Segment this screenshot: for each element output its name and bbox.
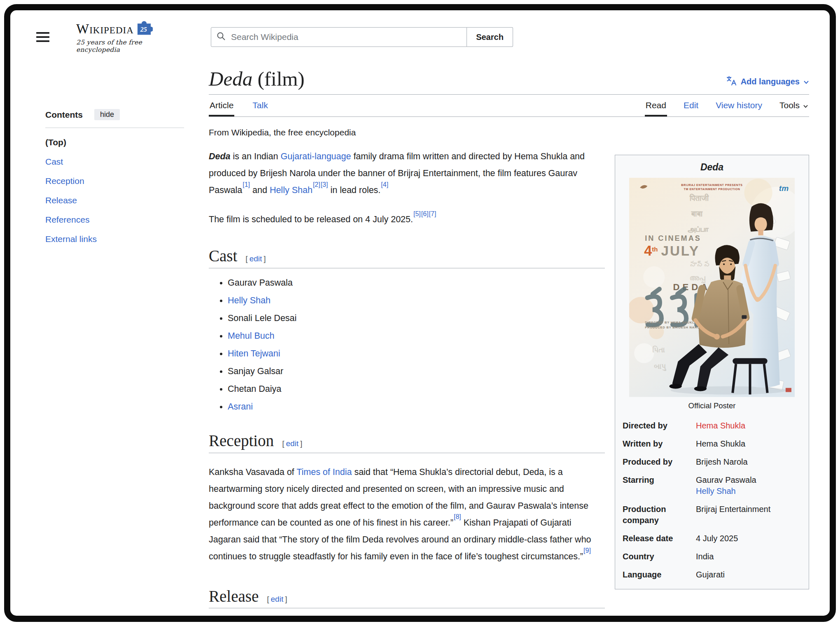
page-title: Deda (film): [209, 68, 305, 90]
cast-hiten-tejwani-link[interactable]: Hiten Tejwani: [228, 349, 280, 358]
toc-item-release[interactable]: Release: [45, 195, 184, 205]
toc-item-external-links[interactable]: External links: [45, 234, 184, 244]
infobox-value: 4 July 2025: [696, 533, 802, 544]
times-of-india-link[interactable]: Times of India: [296, 467, 352, 477]
svg-text:PRODUCED BY BRIJESH NAROLA: PRODUCED BY BRIJESH NAROLA: [645, 326, 705, 329]
svg-text:DIRECTED BY HEMA SHUKLA: DIRECTED BY HEMA SHUKLA: [645, 321, 697, 324]
infobox-value: Brijraj Entertainment: [696, 504, 802, 526]
search-bar: Search: [211, 27, 513, 47]
page-frame: Wikipedia 25 25 years of the free encycl…: [4, 4, 836, 622]
infobox-title: Deda: [615, 158, 809, 178]
film-poster-image[interactable]: BRIJRAJ ENTERTAINMENT PRESENTS TM ENTERT…: [629, 178, 795, 397]
poster-wrap: BRIJRAJ ENTERTAINMENT PRESENTS TM ENTERT…: [615, 178, 809, 397]
reference-link-2[interactable]: [2]: [313, 181, 320, 188]
cast-mehul-buch-link[interactable]: Mehul Buch: [228, 331, 275, 341]
reference-link-9[interactable]: [9]: [583, 547, 591, 554]
tab-talk[interactable]: Talk: [252, 95, 268, 116]
tab-tools[interactable]: Tools: [779, 95, 809, 116]
tab-article[interactable]: Article: [209, 95, 234, 116]
reference-link-4[interactable]: [4]: [381, 181, 388, 188]
infobox-label: Production company: [623, 504, 696, 526]
svg-text:पिताजी: पिताजी: [689, 193, 709, 203]
hide-contents-button[interactable]: hide: [94, 109, 120, 120]
infobox-label: Starring: [623, 475, 696, 497]
reference-marker: [7]: [429, 210, 436, 217]
edit-cast-link[interactable]: edit: [250, 254, 262, 263]
toc-item-references[interactable]: References: [45, 215, 184, 225]
edit-reception-link[interactable]: edit: [286, 439, 299, 448]
cast-member: Sonali Lele Desai: [228, 312, 605, 324]
chevron-down-icon: [803, 77, 809, 86]
poster-corner-mark: [786, 388, 791, 392]
search-input[interactable]: [230, 32, 462, 42]
edit-section: [edit]: [280, 439, 304, 448]
cast-asrani-link[interactable]: Asrani: [228, 402, 253, 412]
toc-item-cast[interactable]: Cast: [45, 157, 184, 167]
release-heading-row: Release [edit]: [209, 587, 605, 609]
reception-heading: Reception: [209, 432, 274, 450]
infobox-label: Written by: [623, 438, 696, 449]
infobox-label: Release date: [623, 533, 696, 544]
infobox-row: StarringGaurav PaswalaHelly Shah: [615, 471, 809, 500]
reference-marker: [9]: [583, 547, 591, 554]
reference-marker: [1]: [243, 181, 250, 188]
cast-helly-shah-link[interactable]: Helly Shah: [228, 296, 271, 305]
gujarati-language-link[interactable]: Gujarati-language: [281, 151, 351, 161]
reception-paragraph: Kanksha Vasavada of Times of India said …: [209, 464, 605, 565]
edit-section: [edit]: [265, 595, 289, 604]
reference-link-5[interactable]: [5]: [413, 210, 421, 217]
add-languages-label: Add languages: [741, 77, 800, 86]
menu-icon[interactable]: [36, 32, 49, 42]
infobox-row: Produced byBrijesh Narola: [615, 453, 809, 471]
tab-view-history[interactable]: View history: [715, 95, 763, 116]
chevron-down-icon: [803, 100, 808, 110]
reference-marker: [6]: [421, 210, 429, 217]
tools-label: Tools: [779, 100, 800, 110]
infobox-row: Production companyBrijraj Entertainment: [615, 500, 809, 530]
edit-section: [edit]: [244, 254, 267, 263]
reference-link-7[interactable]: [7]: [429, 210, 436, 217]
search-button[interactable]: Search: [467, 27, 513, 47]
infobox-row: LanguageGujarati: [615, 566, 809, 584]
cast-member: Chetan Daiya: [228, 383, 605, 395]
poster-credit-line: TM ENTERTAINMENT PRODUCTION: [684, 188, 740, 191]
infobox-value: Hema Shukla: [696, 420, 802, 431]
svg-text:બાપુ: બાપુ: [654, 362, 666, 371]
svg-text:அப்பா: அப்பா: [687, 224, 709, 234]
site-subtitle: From Wikipedia, the free encyclopedia: [209, 128, 605, 137]
reference-link-3[interactable]: [3]: [321, 181, 328, 188]
tab-edit[interactable]: Edit: [683, 95, 699, 116]
infobox-row: CountryIndia: [615, 548, 809, 566]
cast-heading-row: Cast [edit]: [209, 247, 605, 268]
cast-member: Hiten Tejwani: [228, 347, 605, 360]
infobox-value: India: [696, 551, 802, 562]
reference-link-6[interactable]: [6]: [421, 210, 429, 217]
infobox-value: Brijesh Narola: [696, 456, 802, 468]
svg-text:25: 25: [140, 26, 147, 33]
anniversary-badge-icon: 25: [135, 19, 153, 37]
wikipedia-logo[interactable]: Wikipedia 25 25 years of the free encycl…: [76, 21, 173, 54]
infobox-rows: Directed byHema ShuklaWritten byHema Shu…: [615, 417, 809, 584]
views-tab-bar: Article Talk Read Edit View history Tool…: [209, 95, 809, 117]
toc-item-reception[interactable]: Reception: [45, 176, 184, 186]
search-icon: [216, 31, 226, 43]
toc-item-top[interactable]: (Top): [45, 137, 184, 147]
add-languages-button[interactable]: Add languages: [726, 75, 809, 90]
article-body: From Wikipedia, the free encyclopedia De…: [209, 117, 605, 609]
film-infobox: Deda: [615, 155, 809, 589]
infobox-helly-shah-link[interactable]: Helly Shah: [696, 486, 736, 496]
cast-member: Sanjay Galsar: [228, 365, 605, 377]
infobox-value: Hema Shukla: [696, 438, 802, 449]
edit-release-link[interactable]: edit: [271, 595, 284, 603]
cast-member: Helly Shah: [228, 294, 605, 307]
helly-shah-link[interactable]: Helly Shah: [270, 185, 313, 195]
infobox-label: Produced by: [623, 456, 696, 468]
reference-marker: [8]: [454, 513, 461, 520]
poster-tm-logo: tm: [779, 184, 789, 193]
tab-read[interactable]: Read: [645, 95, 667, 116]
contents-title: Contents: [45, 110, 83, 120]
reference-link-1[interactable]: [1]: [243, 181, 250, 188]
svg-text:પિતા: પિતા: [652, 345, 665, 354]
hema-shukla-redlink[interactable]: Hema Shukla: [696, 421, 745, 430]
reference-link-8[interactable]: [8]: [454, 513, 461, 520]
